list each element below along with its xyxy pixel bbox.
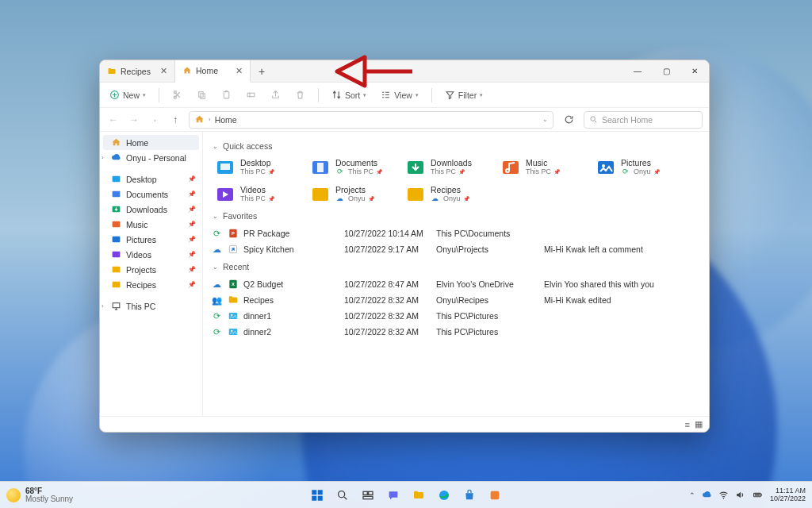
minimize-button[interactable]: ― bbox=[623, 60, 652, 82]
section-favorites[interactable]: ⌄Favorites bbox=[213, 211, 699, 221]
svg-rect-10 bbox=[113, 191, 121, 198]
list-item[interactable]: ⟳ P PR Package 10/27/2022 10:14 AM This … bbox=[213, 225, 699, 241]
folder-icon bbox=[107, 67, 117, 76]
item-label: Recipes bbox=[431, 186, 470, 195]
quick-access-pictures[interactable]: Pictures ⟳Onyu 📌 bbox=[593, 156, 688, 179]
up-button[interactable]: ↑ bbox=[168, 114, 182, 125]
breadcrumb-segment[interactable]: Home bbox=[215, 115, 237, 125]
back-button[interactable]: ← bbox=[106, 114, 121, 125]
sidebar-item-videos[interactable]: Videos📌 bbox=[100, 247, 202, 262]
sidebar-item-projects[interactable]: Projects📌 bbox=[100, 262, 202, 277]
paste-button[interactable] bbox=[218, 88, 235, 102]
svg-point-35 bbox=[231, 314, 232, 316]
sidebar-item-pictures[interactable]: Pictures📌 bbox=[100, 232, 202, 247]
quick-access-recipes[interactable]: Recipes ☁Onyu 📌 bbox=[403, 183, 498, 206]
sidebar-item-this-pc[interactable]: ›This PC bbox=[100, 298, 202, 314]
weather-widget[interactable]: 68°F Mostly Sunny bbox=[6, 487, 73, 503]
sidebar-item-documents[interactable]: Documents📌 bbox=[100, 187, 202, 202]
quick-access-downloads[interactable]: Downloads This PC 📌 bbox=[403, 156, 498, 179]
list-item[interactable]: ⟳ dinner1 10/27/2022 8:32 AM This PC\Pic… bbox=[213, 308, 699, 324]
tab-label: Recipes bbox=[121, 67, 151, 76]
sidebar-item-home[interactable]: Home bbox=[103, 135, 199, 150]
file-location: Elvin Yoo's OneDrive bbox=[436, 279, 539, 289]
list-item[interactable]: 👥 Recipes 10/27/2022 8:32 AM Onyu\Recipe… bbox=[213, 292, 699, 308]
edge-button[interactable] bbox=[434, 485, 454, 506]
delete-button[interactable] bbox=[292, 88, 308, 102]
pinned-app-button[interactable] bbox=[485, 485, 505, 506]
new-tab-button[interactable]: + bbox=[251, 60, 273, 82]
view-button[interactable]: View▾ bbox=[377, 88, 422, 102]
svg-point-25 bbox=[602, 164, 605, 167]
file-location: Onyu\Recipes bbox=[436, 295, 539, 305]
close-icon[interactable]: ✕ bbox=[160, 66, 167, 76]
filter-button[interactable]: Filter▾ bbox=[442, 88, 486, 102]
recent-locations-button[interactable]: ⌄ bbox=[147, 116, 162, 123]
store-button[interactable] bbox=[459, 485, 480, 506]
search-input[interactable]: Search Home bbox=[584, 111, 703, 129]
svg-rect-39 bbox=[318, 490, 323, 495]
status-icon: ⟳ bbox=[213, 312, 221, 321]
chevron-up-icon[interactable]: ⌃ bbox=[689, 491, 695, 499]
icons-view-button[interactable]: ▦ bbox=[695, 419, 703, 429]
sidebar-item-music[interactable]: Music📌 bbox=[100, 217, 202, 232]
list-item[interactable]: ⟳ dinner2 10/27/2022 8:32 AM This PC\Pic… bbox=[213, 324, 699, 340]
onedrive-tray-icon[interactable] bbox=[702, 490, 712, 500]
volume-icon[interactable] bbox=[735, 490, 745, 500]
chat-button[interactable] bbox=[383, 485, 404, 506]
address-bar[interactable]: › Home ⌄ bbox=[189, 111, 553, 129]
search-button[interactable] bbox=[332, 485, 353, 506]
quick-access-projects[interactable]: Projects ☁Onyu 📌 bbox=[308, 183, 403, 206]
sidebar-item-downloads[interactable]: Downloads📌 bbox=[100, 202, 202, 217]
taskbar-center bbox=[307, 485, 505, 506]
item-sublabel: This PC bbox=[348, 168, 373, 176]
list-item[interactable]: ☁ Spicy Kitchen 10/27/2022 9:17 AM Onyu\… bbox=[213, 241, 699, 257]
close-icon[interactable]: ✕ bbox=[236, 66, 243, 76]
item-sublabel: Onyu bbox=[348, 195, 366, 203]
wifi-icon[interactable] bbox=[718, 490, 729, 500]
battery-icon[interactable] bbox=[752, 490, 764, 500]
copy-button[interactable] bbox=[193, 88, 210, 102]
tab-home[interactable]: Home ✕ bbox=[175, 60, 251, 83]
rename-button[interactable] bbox=[243, 88, 259, 102]
pin-icon: 📌 bbox=[188, 281, 196, 288]
item-sublabel: Onyu bbox=[634, 168, 651, 176]
file-date: 10/27/2022 8:32 AM bbox=[344, 327, 431, 337]
sidebar-item-label: Recipes bbox=[126, 280, 156, 290]
section-quick-access[interactable]: ⌄Quick access bbox=[213, 141, 699, 151]
details-view-button[interactable]: ≡ bbox=[685, 420, 690, 429]
item-sublabel: This PC bbox=[431, 168, 456, 176]
quick-access-desktop[interactable]: Desktop This PC 📌 bbox=[213, 156, 308, 179]
list-item[interactable]: ☁ X Q2 Budget 10/27/2022 8:47 AM Elvin Y… bbox=[213, 276, 699, 292]
section-recent[interactable]: ⌄Recent bbox=[213, 262, 699, 271]
command-toolbar: New ▾ Sort▾ View▾ Filter▾ bbox=[100, 83, 709, 108]
cut-button[interactable] bbox=[169, 88, 186, 102]
maximize-button[interactable]: ▢ bbox=[652, 60, 680, 82]
new-button[interactable]: New ▾ bbox=[106, 88, 149, 102]
file-note: Elvin Yoo shared this with you bbox=[544, 279, 699, 289]
status-bar: ≡ ▦ bbox=[100, 416, 709, 432]
task-view-button[interactable] bbox=[358, 485, 378, 506]
svg-rect-16 bbox=[113, 282, 121, 288]
quick-access-videos[interactable]: Videos This PC 📌 bbox=[213, 183, 308, 206]
folder-icon bbox=[405, 185, 426, 204]
chevron-down-icon[interactable]: ⌄ bbox=[542, 116, 548, 123]
quick-access-documents[interactable]: Documents ⟳This PC 📌 bbox=[308, 156, 403, 179]
sort-button[interactable]: Sort▾ bbox=[328, 88, 370, 102]
quick-access-music[interactable]: Music This PC 📌 bbox=[498, 156, 593, 179]
sync-icon: ⟳ bbox=[621, 167, 630, 176]
sidebar-item-recipes[interactable]: Recipes📌 bbox=[100, 277, 202, 292]
tab-recipes[interactable]: Recipes ✕ bbox=[100, 60, 175, 82]
pin-icon: 📌 bbox=[188, 236, 196, 243]
forward-button[interactable]: → bbox=[127, 114, 141, 125]
clock[interactable]: 11:11 AM 10/27/2022 bbox=[770, 487, 806, 502]
sidebar-item-desktop[interactable]: Desktop📌 bbox=[100, 171, 202, 187]
desktop-icon bbox=[111, 174, 121, 184]
start-button[interactable] bbox=[307, 485, 327, 506]
explorer-button[interactable] bbox=[408, 485, 429, 506]
refresh-button[interactable] bbox=[560, 111, 577, 129]
share-button[interactable] bbox=[267, 88, 284, 102]
videos-icon bbox=[215, 185, 236, 204]
sidebar-item-onyu-personal[interactable]: ›Onyu - Personal bbox=[100, 150, 202, 165]
close-button[interactable]: ✕ bbox=[680, 60, 709, 82]
pin-icon: 📌 bbox=[268, 196, 275, 202]
